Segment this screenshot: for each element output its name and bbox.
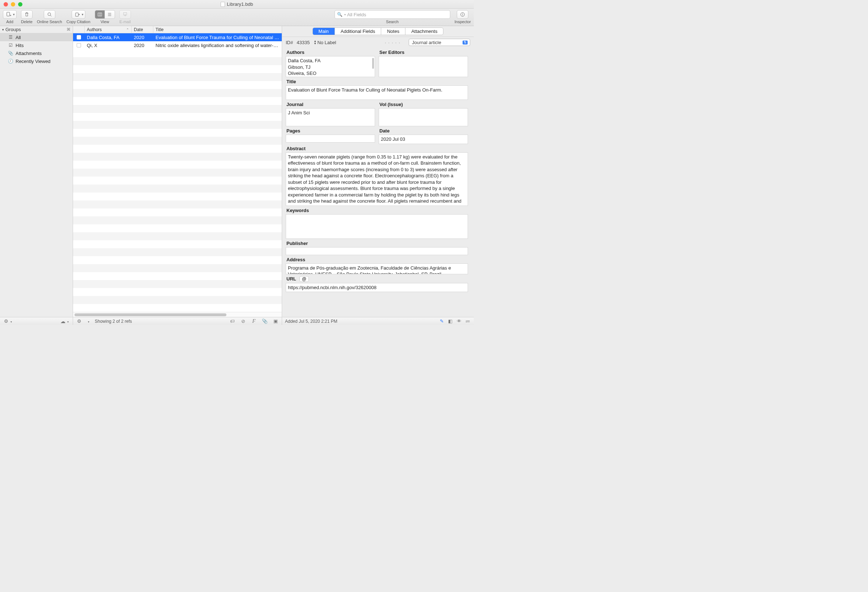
search-placeholder: All Fields (347, 12, 366, 17)
email-label: E-mail (120, 19, 131, 24)
tab-attachments[interactable]: Attachments (406, 28, 443, 35)
abstract-field[interactable]: Twenty-seven neonate piglets (range from… (286, 152, 468, 206)
publisher-label: Publisher (286, 239, 468, 247)
svg-line-4 (50, 15, 52, 16)
tab-additional-fields[interactable]: Additional Fields (335, 28, 381, 35)
cell-date: 2020 (131, 43, 154, 48)
references-list: Authors ⌃ Date Title Dalla Costa, FA 202… (73, 26, 282, 317)
titlebar: Library1.bdb (0, 0, 474, 9)
column-authors-label: Authors (87, 27, 102, 32)
online-search-label: Online Search (37, 19, 62, 24)
search-field[interactable]: 🔍 ▾ All Fields (335, 10, 450, 19)
command-icon: ⌘ (66, 27, 71, 32)
paperclip-icon[interactable]: 📎 (261, 318, 268, 324)
search-icon (47, 12, 52, 17)
online-search-button[interactable] (44, 10, 55, 19)
column-checkbox[interactable] (73, 26, 85, 33)
pages-label: Pages (286, 126, 375, 135)
sidebar-item-hits[interactable]: ☑ Hits (0, 41, 73, 49)
status-showing: Showing 2 of 2 refs (95, 319, 132, 324)
search-icon: 🔍 (337, 12, 342, 17)
panel-icon[interactable]: ◧ (447, 318, 453, 324)
url-field[interactable]: https://pubmed.ncbi.nlm.nih.gov/32620008 (286, 283, 468, 292)
sidebar-item-label: Recently Viewed (16, 59, 51, 64)
stepper-icon: ▴▾ (314, 40, 316, 45)
vol-field[interactable] (379, 108, 468, 126)
row-checkbox[interactable] (77, 43, 81, 47)
type-value: Journal article (412, 40, 441, 45)
eye-icon[interactable]: 👁 (456, 318, 462, 324)
scrollbar-thumb[interactable] (372, 58, 374, 69)
window-title: Library1.bdb (0, 1, 474, 7)
address-field[interactable]: Programa de Pós-graduação em Zootecnia, … (286, 263, 468, 274)
keywords-field[interactable] (286, 214, 468, 239)
sidebar-header[interactable]: ▾ Groups ⌘ (0, 26, 73, 33)
paperclip-icon: 📎 (8, 51, 13, 56)
gear-icon[interactable] (76, 318, 83, 324)
email-button (120, 10, 131, 19)
vol-label: Vol (Issue) (379, 100, 468, 108)
cell-authors: Qi, X (85, 43, 131, 48)
list-header: Authors ⌃ Date Title (73, 26, 282, 33)
column-date[interactable]: Date (131, 26, 154, 33)
columns-icon (97, 12, 102, 17)
label-text: No Label (317, 40, 336, 45)
cloud-icon[interactable]: ☁︎ (60, 318, 66, 324)
format-icon[interactable]: F (251, 318, 257, 324)
tag-icon[interactable]: 🏷 (229, 318, 235, 324)
cell-title: Nitric oxide alleviates lignification an… (154, 43, 282, 48)
sidebar-item-attachments[interactable]: 📎 Attachments (0, 49, 73, 57)
column-title[interactable]: Title (154, 26, 282, 33)
statusbar: ☁︎ Showing 2 of 2 refs 🏷 ⊘ F 📎 ▣ Added J… (0, 317, 474, 325)
label-selector[interactable]: ▴▾ No Label (313, 40, 336, 45)
journal-field[interactable]: J Anim Sci (286, 108, 375, 126)
view-toggle[interactable] (95, 10, 115, 19)
rating-dots[interactable]: ····· (385, 40, 402, 45)
view-label: View (100, 19, 109, 24)
chevron-down-icon: ▾ (344, 13, 346, 16)
compass-icon[interactable]: ⊘ (240, 318, 246, 324)
document-icon (221, 2, 225, 7)
column-authors[interactable]: Authors ⌃ (85, 26, 131, 33)
chevron-down-icon: ▾ (13, 13, 15, 16)
sidebar-item-recent[interactable]: 🕘 Recently Viewed (0, 57, 73, 65)
sidebar-item-all[interactable]: ☰ All (0, 33, 73, 41)
inspector-label: Inspector (455, 19, 471, 24)
row-checkbox[interactable] (77, 35, 81, 40)
gear-icon[interactable] (3, 318, 9, 324)
play-icon[interactable]: ▣ (272, 318, 279, 324)
download-icon (123, 12, 128, 17)
chevron-down-icon (87, 318, 90, 324)
address-label: Address (286, 255, 468, 263)
abstract-label: Abstract (286, 144, 468, 152)
authors-field[interactable]: Dalla Costa, FA Gibson, TJ Oliveira, SEO… (286, 56, 375, 77)
inspector-button[interactable] (457, 10, 468, 19)
type-select[interactable]: Journal article ⇅ (409, 39, 470, 46)
view-detail-button[interactable] (105, 10, 115, 19)
pages-field[interactable] (286, 135, 375, 142)
add-label: Add (6, 19, 13, 24)
journal-label: Journal (286, 100, 375, 108)
tab-main[interactable]: Main (313, 28, 335, 35)
copy-citation-button[interactable]: ▾ (72, 10, 86, 19)
keywords-label: Keywords (286, 206, 468, 214)
date-label: Date (379, 126, 468, 135)
ser-editors-field[interactable] (379, 56, 468, 77)
tab-notes[interactable]: Notes (381, 28, 406, 35)
table-row[interactable]: Qi, X 2020 Nitric oxide alleviates ligni… (73, 41, 282, 49)
title-field[interactable]: Evaluation of Blunt Force Trauma for Cul… (286, 85, 468, 100)
trash-icon (24, 12, 29, 17)
delete-button[interactable] (21, 10, 32, 19)
horizontal-scrollbar[interactable] (73, 312, 282, 317)
id-value: 43335 (297, 40, 310, 45)
list-toggle-icon[interactable]: ≔ (464, 318, 471, 324)
edit-icon[interactable]: ✎ (438, 318, 445, 324)
add-button[interactable]: ▾ (3, 10, 17, 19)
table-row[interactable]: Dalla Costa, FA 2020 Evaluation of Blunt… (73, 33, 282, 41)
publisher-field[interactable] (286, 247, 468, 255)
svg-rect-0 (7, 12, 10, 16)
view-list-button[interactable] (95, 10, 105, 19)
url-at-button[interactable]: @ (300, 276, 309, 282)
sidebar-item-label: All (16, 35, 21, 40)
date-field[interactable]: 2020 Jul 03 (379, 135, 468, 144)
